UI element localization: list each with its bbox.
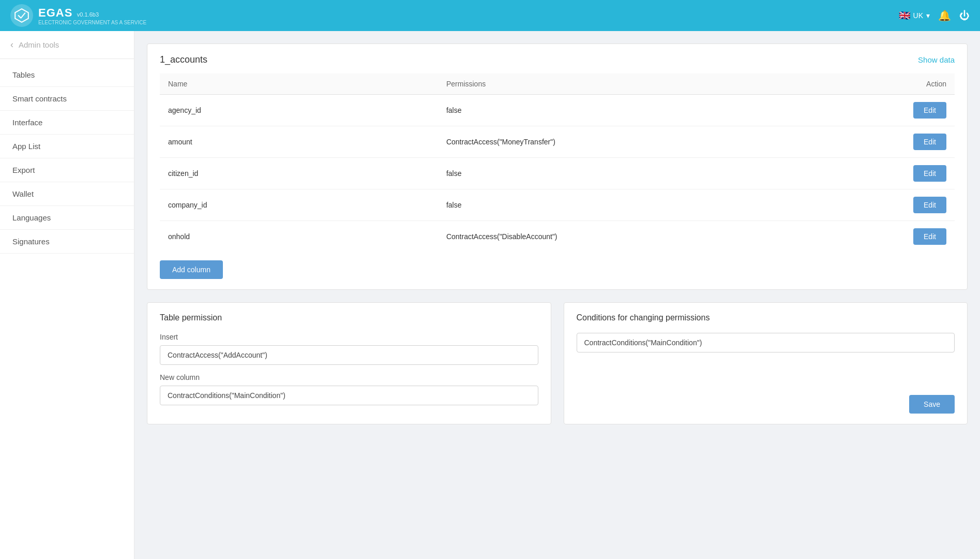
app-subtitle: ELECTRONIC GOVERNMENT AS A SERVICE (38, 20, 146, 25)
add-column-button[interactable]: Add column (160, 260, 223, 279)
layout: ‹ Admin tools Tables Smart contracts Int… (0, 31, 980, 559)
insert-label: Insert (160, 333, 538, 341)
row-action-2: Edit (835, 158, 955, 189)
table-row: citizen_id false Edit (160, 158, 955, 189)
columns-card-header: 1_accounts Show data (160, 54, 955, 65)
conditions-footer: Save (577, 391, 955, 414)
table-name-title: 1_accounts (160, 54, 207, 65)
row-permissions-4: ContractAccess("DisableAccount") (438, 221, 836, 253)
row-permissions-2: false (438, 158, 836, 189)
sidebar-item-tables[interactable]: Tables (0, 63, 134, 87)
edit-button-2[interactable]: Edit (913, 165, 946, 182)
notification-bell-icon[interactable]: 🔔 (938, 9, 951, 22)
row-name-0: agency_id (160, 95, 438, 126)
sidebar-item-signatures[interactable]: Signatures (0, 230, 134, 254)
new-column-label: New column (160, 373, 538, 381)
row-action-1: Edit (835, 126, 955, 158)
edit-button-3[interactable]: Edit (913, 197, 946, 213)
show-data-link[interactable]: Show data (918, 55, 955, 64)
row-action-4: Edit (835, 221, 955, 253)
svg-marker-0 (15, 9, 28, 22)
columns-table: Name Permissions Action agency_id false … (160, 73, 955, 252)
row-name-1: amount (160, 126, 438, 158)
edit-button-4[interactable]: Edit (913, 228, 946, 245)
user-icon[interactable]: ⏻ (959, 10, 970, 22)
main-content: 1_accounts Show data Name Permissions Ac… (134, 31, 980, 559)
sidebar: ‹ Admin tools Tables Smart contracts Int… (0, 31, 134, 559)
col-header-action: Action (835, 73, 955, 95)
conditions-card: Conditions for changing permissions Save (564, 302, 968, 424)
columns-card: 1_accounts Show data Name Permissions Ac… (147, 43, 968, 290)
conditions-input[interactable] (577, 333, 955, 352)
row-permissions-1: ContractAccess("MoneyTransfer") (438, 126, 836, 158)
sidebar-item-wallet[interactable]: Wallet (0, 182, 134, 206)
row-name-3: company_id (160, 189, 438, 221)
sidebar-item-languages[interactable]: Languages (0, 206, 134, 230)
bottom-grid: Table permission Insert New column Condi… (147, 302, 968, 424)
topbar-left: EGAS v0.1.6b3 ELECTRONIC GOVERNMENT AS A… (10, 4, 146, 27)
col-header-name: Name (160, 73, 438, 95)
edit-button-1[interactable]: Edit (913, 134, 946, 150)
sidebar-item-export[interactable]: Export (0, 158, 134, 182)
language-selector[interactable]: 🇬🇧 UK ▾ (899, 10, 930, 21)
table-row: agency_id false Edit (160, 95, 955, 126)
language-label: UK (913, 11, 923, 20)
row-action-3: Edit (835, 189, 955, 221)
insert-input[interactable] (160, 345, 538, 365)
row-action-0: Edit (835, 95, 955, 126)
app-version: v0.1.6b3 (77, 11, 99, 18)
conditions-title: Conditions for changing permissions (577, 313, 955, 322)
app-name: EGAS (38, 6, 72, 19)
row-name-2: citizen_id (160, 158, 438, 189)
row-name-4: onhold (160, 221, 438, 253)
edit-button-0[interactable]: Edit (913, 102, 946, 119)
col-header-permissions: Permissions (438, 73, 836, 95)
new-column-input[interactable] (160, 386, 538, 405)
sidebar-admin-title: Admin tools (19, 40, 59, 49)
topbar-right: 🇬🇧 UK ▾ 🔔 ⏻ (899, 9, 970, 22)
conditions-content: Conditions for changing permissions (577, 313, 955, 361)
logo-text-group: EGAS v0.1.6b3 ELECTRONIC GOVERNMENT AS A… (38, 6, 146, 25)
row-permissions-0: false (438, 95, 836, 126)
sidebar-header: ‹ Admin tools (0, 31, 134, 59)
table-row: amount ContractAccess("MoneyTransfer") E… (160, 126, 955, 158)
sidebar-item-app-list[interactable]: App List (0, 135, 134, 158)
table-permission-title: Table permission (160, 313, 538, 322)
flag-icon: 🇬🇧 (899, 10, 910, 21)
table-row: onhold ContractAccess("DisableAccount") … (160, 221, 955, 253)
back-icon[interactable]: ‹ (10, 39, 13, 50)
sidebar-item-interface[interactable]: Interface (0, 111, 134, 135)
logo-icon (10, 4, 33, 27)
topbar: EGAS v0.1.6b3 ELECTRONIC GOVERNMENT AS A… (0, 0, 980, 31)
row-permissions-3: false (438, 189, 836, 221)
sidebar-nav: Tables Smart contracts Interface App Lis… (0, 59, 134, 258)
table-header-row: Name Permissions Action (160, 73, 955, 95)
table-row: company_id false Edit (160, 189, 955, 221)
table-permission-card: Table permission Insert New column (147, 302, 551, 424)
save-button[interactable]: Save (909, 395, 955, 414)
sidebar-item-smart-contracts[interactable]: Smart contracts (0, 87, 134, 111)
chevron-down-icon: ▾ (926, 11, 930, 20)
